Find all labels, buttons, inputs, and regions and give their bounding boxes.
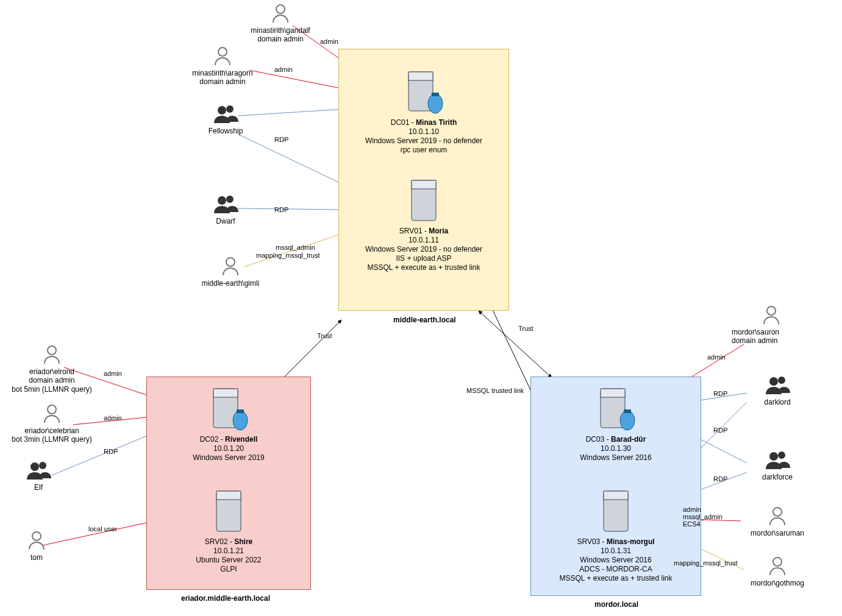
svg-rect-22 (409, 72, 433, 80)
actor-gimli: middle-earth\gimli (194, 256, 267, 288)
dc03-os: Windows Server 2016 (549, 453, 683, 462)
svg-point-48 (30, 462, 39, 471)
svg-rect-34 (601, 389, 625, 397)
actor-gimli-line1: middle-earth\gimli (194, 279, 267, 288)
actor-celebrian-line2: bot 3min (LLMNR query) (3, 435, 101, 444)
srv01-extra2: MSSQL + execute as + trusted link (357, 263, 491, 272)
svg-point-55 (778, 451, 785, 459)
actor-elf: Elf (14, 460, 63, 492)
actor-saruman-line1: mordor\saruman (741, 529, 814, 537)
svg-point-39 (276, 5, 285, 13)
svg-point-57 (773, 558, 782, 566)
actor-fellowship: Fellowship (198, 104, 253, 135)
group-icon (24, 460, 52, 481)
edge-celebrian-admin: admin (104, 414, 122, 422)
dc03-ip: 10.0.1.30 (549, 444, 683, 453)
svg-rect-36 (624, 409, 631, 413)
edge-aragorn-admin: admin (274, 66, 293, 73)
srv03-label: SRV03 - (577, 537, 606, 546)
dc-server-icon (593, 384, 638, 433)
group-icon (763, 450, 791, 470)
dc03-name: Barad-dûr (611, 435, 646, 444)
actor-elrond: eriador\elrond domain admin bot 5min (LL… (3, 344, 101, 394)
dc02-ip: 10.0.1.20 (162, 444, 296, 453)
domain-middle-earth-label: middle-earth.local (393, 316, 456, 324)
srv02-extra1: GLPI (162, 565, 296, 574)
actor-celebrian: eriador\celebrian bot 3min (LLMNR query) (3, 403, 101, 444)
srv01-ip: 10.0.1.11 (357, 236, 491, 245)
actor-aragorn-line1: minastirith\aragorn (183, 69, 262, 77)
svg-line-6 (280, 320, 341, 381)
group-icon (763, 375, 791, 395)
actor-elrond-line2: domain admin (3, 376, 101, 384)
edge-darkforce-rdp: RDP (713, 475, 727, 483)
edge-dwarf-rdp: RDP (274, 206, 288, 213)
svg-point-46 (48, 346, 56, 355)
user-icon (762, 305, 780, 325)
server-dc01: DC01 - Minas Tirith 10.0.1.10 Windows Se… (357, 67, 491, 155)
svg-point-53 (778, 377, 785, 384)
srv01-os: Windows Server 2019 - no defender (357, 245, 491, 254)
srv01-extra1: IIS + upload ASP (357, 254, 491, 263)
user-icon (768, 506, 787, 526)
edge-fellowship-rdp: RDP (274, 136, 288, 143)
dc01-name: Minas Tirith (416, 118, 457, 127)
edge-tom-local: local user (88, 525, 117, 533)
svg-point-45 (226, 258, 235, 266)
svg-point-54 (769, 452, 778, 461)
svg-point-43 (218, 196, 226, 205)
edge-trust-left: Trust (317, 332, 332, 339)
actor-tom: tom (12, 530, 61, 562)
user-icon (221, 256, 240, 277)
actor-darklord-line1: darklord (747, 398, 808, 406)
svg-rect-30 (237, 409, 244, 413)
actor-elf-line1: Elf (14, 483, 63, 492)
srv02-os: Ubuntu Server 2022 (162, 556, 296, 565)
user-icon (768, 556, 787, 576)
srv02-label: SRV02 - (205, 537, 234, 546)
domain-mordor-label: mordor.local (594, 600, 638, 609)
user-icon (271, 3, 290, 24)
edge-darklord-rdp-srv: RDP (713, 427, 727, 434)
user-icon (213, 46, 232, 66)
srv03-extra2: MSSQL + execute as + trusted link (546, 574, 686, 583)
actor-sauron-line1: mordor\sauron (732, 328, 811, 336)
svg-point-49 (39, 462, 46, 469)
user-icon (43, 403, 61, 424)
domain-eriador-label: eriador.middle-earth.local (181, 594, 270, 603)
srv01-label: SRV01 - (399, 227, 429, 235)
svg-point-51 (767, 306, 776, 315)
server-icon (598, 487, 634, 535)
server-dc03: DC03 - Barad-dûr 10.0.1.30 Windows Serve… (549, 384, 683, 462)
edge-darklord-rdp-dc: RDP (713, 390, 727, 397)
actor-elrond-line3: bot 5min (LLMNR query) (3, 385, 101, 394)
edge-gimli-mssqladmin: mssql_admin (276, 244, 315, 251)
edge-sauron-admin: admin (707, 353, 726, 361)
srv01-name: Moria (429, 227, 448, 235)
svg-point-35 (620, 411, 635, 430)
actor-gothmog-line1: mordor\gothmog (741, 579, 814, 587)
actor-dwarf-line1: Dwarf (198, 217, 253, 225)
srv03-ip: 10.0.1.31 (546, 547, 686, 556)
dc01-label: DC01 - (391, 118, 416, 127)
group-icon (212, 194, 240, 214)
actor-aragorn-line2: domain admin (183, 77, 262, 86)
svg-rect-38 (604, 491, 628, 500)
actor-dwarf: Dwarf (198, 194, 253, 225)
svg-rect-24 (432, 93, 439, 96)
srv03-extra1: ADCS - MORDOR-CA (546, 565, 686, 574)
svg-point-42 (226, 105, 234, 113)
server-srv01: SRV01 - Moria 10.0.1.11 Windows Server 2… (357, 177, 491, 272)
srv02-name: Shire (234, 537, 252, 546)
edge-gothmog-mapping: mapping_mssql_trust (674, 559, 738, 567)
svg-point-52 (769, 377, 778, 386)
actor-darkforce: darkforce (747, 450, 808, 481)
svg-point-29 (233, 411, 248, 430)
edge-gandalf-admin: admin (320, 38, 338, 45)
actor-gandalf-line2: domain admin (244, 35, 317, 43)
diagram-canvas: middle-earth.local eriador.middle-earth.… (0, 0, 842, 616)
svg-point-44 (226, 196, 234, 203)
user-icon (27, 530, 46, 551)
svg-line-7 (479, 311, 552, 378)
server-icon (210, 487, 247, 535)
